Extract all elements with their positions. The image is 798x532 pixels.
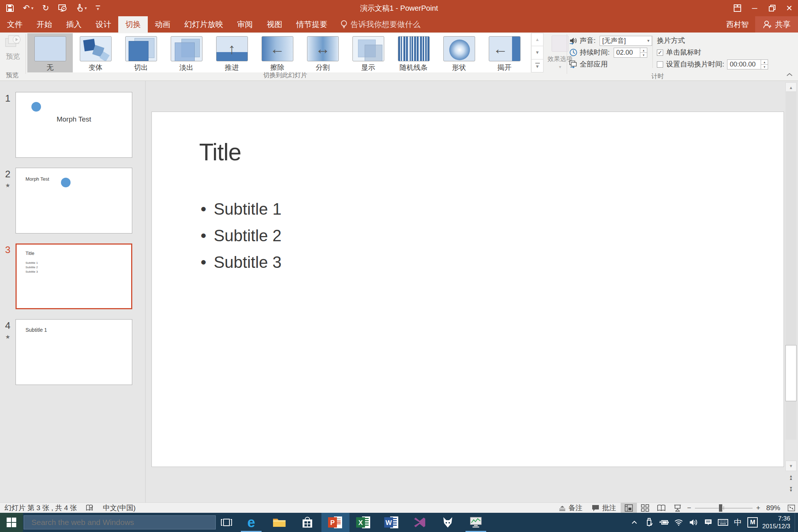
zoom-level[interactable]: 89% — [762, 503, 785, 513]
search-input[interactable] — [24, 518, 215, 527]
undo-dropdown-icon[interactable]: ▾ — [31, 6, 33, 10]
taskbar-file-explorer-button[interactable] — [265, 513, 293, 532]
touch-keyboard-icon[interactable] — [716, 513, 730, 532]
transition-push[interactable]: ↑ 推进 — [209, 33, 255, 72]
tab-view[interactable]: 视图 — [260, 16, 289, 33]
transition-random-bars[interactable]: 随机线条 — [391, 33, 436, 72]
transition-morph[interactable]: 变体 — [73, 33, 118, 72]
tray-expand-chevron[interactable] — [627, 513, 642, 532]
slide-canvas[interactable]: Title • Subtitle 1 • Subtitle 2 • Subtit… — [151, 112, 784, 467]
tab-design[interactable]: 设计 — [89, 16, 118, 33]
start-button[interactable] — [0, 513, 23, 532]
zoom-in-button[interactable]: + — [755, 503, 762, 513]
save-button[interactable] — [6, 4, 14, 12]
taskbar-search-box[interactable] — [24, 515, 216, 529]
apply-to-all-button[interactable]: 全部应用 — [569, 59, 608, 69]
close-button[interactable]: × — [781, 0, 798, 16]
battery-icon[interactable] — [657, 513, 671, 532]
taskbar-powerpoint-button[interactable]: P — [321, 513, 349, 532]
tab-home[interactable]: 开始 — [30, 16, 59, 33]
duration-input[interactable]: 02.00 — [614, 48, 640, 58]
transition-cut[interactable]: 切出 — [118, 33, 164, 72]
slide-1-frame[interactable]: Morph Test — [16, 92, 132, 158]
duration-spin-up[interactable]: ▴ — [640, 48, 647, 53]
taskbar-edge-button[interactable]: e — [237, 513, 265, 532]
auto-advance-spin-down[interactable]: ▾ — [761, 65, 768, 69]
slide-thumbnail-1[interactable]: 1 Morph Test — [0, 92, 145, 158]
taskbar-store-button[interactable] — [293, 513, 321, 532]
on-mouse-click-checkbox-row[interactable]: ✓ 单击鼠标时 — [657, 47, 701, 58]
fit-to-window-button[interactable] — [785, 503, 798, 513]
taskbar-word-button[interactable]: W — [378, 513, 406, 532]
spellcheck-button[interactable] — [81, 503, 98, 513]
transition-reveal[interactable]: 显示 — [345, 33, 391, 72]
redo-button[interactable]: ↻ — [42, 4, 49, 12]
collapse-ribbon-button[interactable] — [786, 72, 793, 78]
tab-slideshow[interactable]: 幻灯片放映 — [177, 16, 230, 33]
reading-view-button[interactable] — [653, 503, 669, 513]
tab-transitions[interactable]: 切换 — [118, 16, 148, 33]
gallery-scroll-up-button[interactable]: ▲ — [531, 33, 543, 46]
auto-advance-input[interactable]: 00:00.00 — [727, 59, 761, 69]
transition-star-icon[interactable]: ★ — [5, 334, 10, 340]
transition-split[interactable]: ↔ 分割 — [300, 33, 345, 72]
minimize-button[interactable]: ─ — [746, 0, 763, 16]
task-view-button[interactable] — [216, 513, 237, 532]
touch-mode-button[interactable]: ▾ — [76, 4, 87, 13]
usb-device-icon[interactable] — [642, 513, 657, 532]
duration-spin-down[interactable]: ▾ — [640, 53, 647, 57]
notes-toggle[interactable]: 备注 — [554, 503, 587, 513]
ime-mode-indicator[interactable]: 中 — [730, 513, 745, 532]
share-button[interactable]: 共享 — [755, 16, 798, 33]
customize-qat-button[interactable]: ▾ — [96, 6, 100, 11]
slide-body-text[interactable]: • Subtitle 1 • Subtitle 2 • Subtitle 3 — [201, 200, 282, 280]
normal-view-button[interactable] — [621, 503, 637, 513]
slide-title-text[interactable]: Title — [199, 139, 241, 166]
transition-star-icon[interactable]: ★ — [5, 182, 10, 189]
undo-button[interactable]: ↶ ▾ — [23, 4, 33, 12]
tab-review[interactable]: 审阅 — [230, 16, 260, 33]
scroll-down-button[interactable]: ▼ — [785, 461, 797, 471]
slide-4-frame[interactable]: Subtitle 1 — [16, 319, 132, 385]
scrollbar-thumb[interactable] — [785, 345, 797, 401]
auto-advance-spin-up[interactable]: ▴ — [761, 60, 768, 65]
ribbon-display-options-button[interactable] — [729, 0, 746, 16]
taskbar-visual-studio-button[interactable] — [406, 513, 434, 532]
tell-me-box[interactable]: 告诉我你想要做什么 — [334, 16, 426, 33]
tab-animations[interactable]: 动画 — [148, 16, 177, 33]
show-desktop-button[interactable] — [795, 513, 798, 532]
touch-mode-dropdown-icon[interactable]: ▾ — [85, 6, 87, 10]
slide-thumbnail-3[interactable]: 3 Title Subtitle 1 Subtitle 2 Subtitle 3 — [0, 243, 145, 309]
restore-button[interactable] — [763, 0, 781, 16]
transition-none[interactable]: 无 — [27, 33, 73, 72]
taskbar-excel-button[interactable]: X — [349, 513, 378, 532]
transition-fade[interactable]: 淡出 — [164, 33, 209, 72]
zoom-out-button[interactable]: − — [686, 503, 693, 513]
transition-wipe[interactable]: ← 擦除 — [255, 33, 300, 72]
auto-advance-checkbox[interactable] — [657, 61, 663, 68]
wifi-icon[interactable] — [671, 513, 686, 532]
gallery-more-button[interactable]: ▼ — [531, 59, 543, 72]
next-slide-button[interactable]: ▼ ▼ — [785, 484, 797, 494]
sound-dropdown[interactable]: [无声音] ▾ — [600, 36, 652, 46]
start-slideshow-button[interactable] — [58, 4, 67, 12]
user-name[interactable]: 西村智 — [720, 16, 755, 33]
slide-3-frame[interactable]: Title Subtitle 1 Subtitle 2 Subtitle 3 — [16, 243, 132, 309]
duration-spinner[interactable]: ▴ ▾ — [640, 48, 647, 58]
taskbar-foobar2000-button[interactable] — [434, 513, 462, 532]
taskbar-clock[interactable]: 7:36 2015/12/3 — [760, 515, 795, 530]
tab-file[interactable]: 文件 — [0, 16, 30, 33]
preview-button[interactable]: 预览 — [2, 34, 24, 71]
slide-indicator[interactable]: 幻灯片 第 3 张 , 共 4 张 — [0, 503, 81, 513]
transition-shape[interactable]: 形状 — [436, 33, 482, 72]
ime-language-indicator[interactable]: M — [745, 513, 760, 532]
transition-uncover[interactable]: ← 揭开 — [482, 33, 527, 72]
on-mouse-click-checkbox[interactable]: ✓ — [657, 50, 663, 56]
slide-2-frame[interactable]: Morph Test — [16, 168, 132, 233]
tab-insert[interactable]: 插入 — [59, 16, 89, 33]
previous-slide-button[interactable]: ▲ ▲ — [785, 473, 797, 482]
zoom-slider-thumb[interactable] — [719, 504, 722, 512]
tab-storyboarding[interactable]: 情节提要 — [289, 16, 334, 33]
zoom-slider[interactable] — [695, 503, 753, 513]
taskbar-performance-monitor-button[interactable] — [462, 513, 490, 532]
